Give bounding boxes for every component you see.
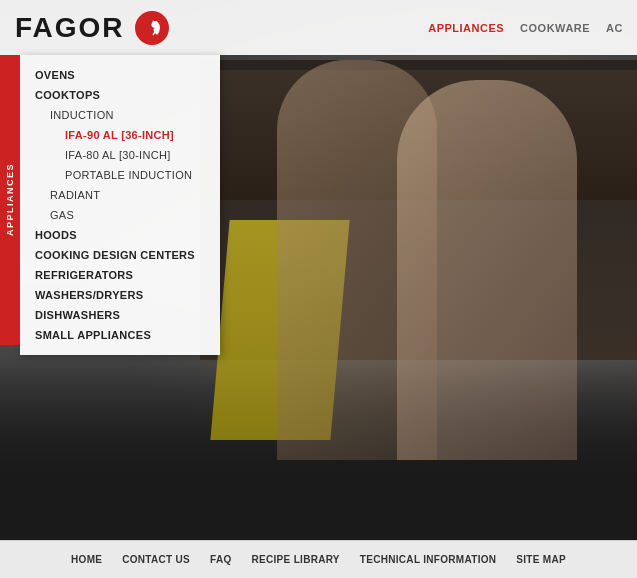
nav-appliances[interactable]: APPLIANCES (424, 20, 508, 36)
menu-ifa90[interactable]: IFA-90 AL [36-INCH] (20, 125, 220, 145)
menu-radiant[interactable]: RADIANT (20, 185, 220, 205)
menu-ovens[interactable]: OVENS (20, 65, 220, 85)
logo-icon (133, 9, 171, 47)
menu-cooktops[interactable]: COOKTOPS (20, 85, 220, 105)
menu-dishwashers[interactable]: DISHWASHERS (20, 305, 220, 325)
header: FAGOR APPLIANCES COOKWARE AC (0, 0, 637, 55)
footer: HOME CONTACT US FAQ RECIPE LIBRARY TECHN… (0, 540, 637, 578)
menu-washers[interactable]: WASHERS/DRYERS (20, 285, 220, 305)
footer-recipe[interactable]: RECIPE LIBRARY (252, 554, 340, 565)
top-navigation: APPLIANCES COOKWARE AC (424, 20, 637, 36)
menu-refrigerators[interactable]: REFRIGERATORS (20, 265, 220, 285)
menu-induction[interactable]: INDUCTION (20, 105, 220, 125)
menu-cooking-design[interactable]: COOKING DESIGN CENTERS (20, 245, 220, 265)
footer-contact[interactable]: CONTACT US (122, 554, 190, 565)
person-silhouette-right (397, 80, 577, 460)
menu-ifa80[interactable]: IFA-80 AL [30-INCH] (20, 145, 220, 165)
menu-small-appliances[interactable]: SMALL APPLIANCES (20, 325, 220, 345)
menu-hoods[interactable]: HOODS (20, 225, 220, 245)
nav-cookware[interactable]: COOKWARE (516, 20, 594, 36)
navigation-menu: OVENS COOKTOPS INDUCTION IFA-90 AL [36-I… (20, 55, 220, 355)
footer-technical[interactable]: TECHNICAL INFORMATION (360, 554, 496, 565)
nav-ac[interactable]: AC (602, 20, 627, 36)
logo-area: FAGOR (0, 9, 424, 47)
logo-text: FAGOR (15, 12, 125, 44)
footer-sitemap[interactable]: SITE MAP (516, 554, 566, 565)
vertical-section-label: APPLIANCES (0, 55, 20, 345)
menu-portable-induction[interactable]: PORTABLE INDUCTION (20, 165, 220, 185)
svg-point-0 (135, 11, 169, 45)
footer-faq[interactable]: FAQ (210, 554, 231, 565)
footer-home[interactable]: HOME (71, 554, 102, 565)
menu-gas[interactable]: GAS (20, 205, 220, 225)
